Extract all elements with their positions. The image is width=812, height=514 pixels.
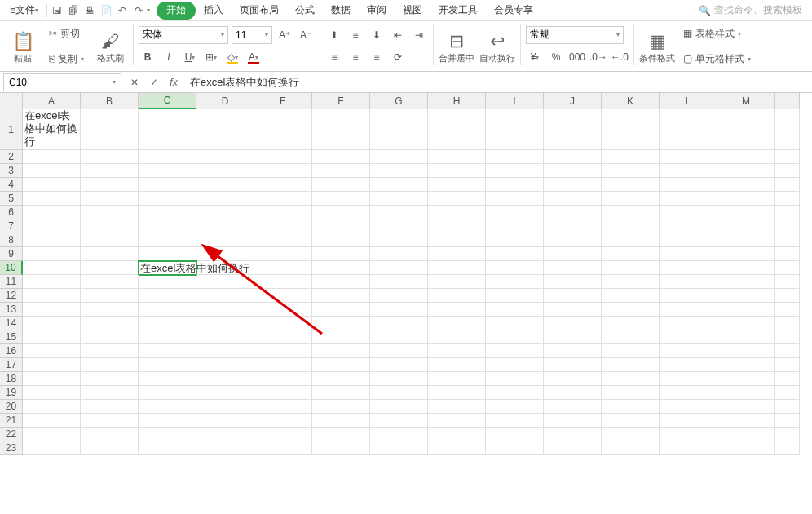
cell[interactable] bbox=[81, 344, 139, 358]
cell[interactable] bbox=[254, 303, 312, 317]
cell[interactable] bbox=[23, 206, 81, 219]
cell[interactable] bbox=[370, 233, 428, 247]
cell[interactable] bbox=[254, 372, 312, 386]
cell[interactable] bbox=[660, 192, 717, 206]
cell[interactable] bbox=[370, 109, 428, 150]
cell[interactable] bbox=[602, 192, 660, 206]
cell[interactable] bbox=[717, 206, 775, 219]
cell[interactable] bbox=[602, 330, 660, 344]
cell[interactable] bbox=[775, 219, 800, 233]
cell[interactable] bbox=[196, 219, 254, 233]
cell[interactable] bbox=[486, 233, 544, 247]
cell[interactable] bbox=[775, 192, 800, 206]
cell[interactable] bbox=[544, 441, 602, 455]
print-icon[interactable]: 🖶 bbox=[82, 2, 98, 19]
cell[interactable] bbox=[660, 441, 717, 455]
cell[interactable] bbox=[370, 358, 428, 372]
cell[interactable] bbox=[717, 289, 775, 303]
cell[interactable] bbox=[717, 219, 775, 233]
cell[interactable] bbox=[139, 358, 196, 372]
percent-icon[interactable]: % bbox=[547, 48, 565, 66]
cell[interactable] bbox=[312, 414, 370, 428]
cell[interactable] bbox=[139, 109, 196, 150]
cell[interactable] bbox=[660, 386, 717, 400]
cell[interactable] bbox=[775, 441, 800, 455]
cell[interactable] bbox=[602, 206, 660, 219]
tab-data[interactable]: 数据 bbox=[323, 0, 359, 21]
align-left-icon[interactable]: ≡ bbox=[325, 48, 343, 66]
cell[interactable] bbox=[428, 344, 486, 358]
cell[interactable] bbox=[312, 344, 370, 358]
cell[interactable] bbox=[775, 386, 800, 400]
cell[interactable] bbox=[81, 386, 139, 400]
cell[interactable] bbox=[23, 233, 81, 247]
cell[interactable] bbox=[370, 164, 428, 178]
border-button[interactable]: ⊞▾ bbox=[202, 48, 220, 66]
cell[interactable] bbox=[775, 261, 800, 275]
cell[interactable] bbox=[370, 400, 428, 414]
cell[interactable] bbox=[544, 372, 602, 386]
cell[interactable] bbox=[486, 344, 544, 358]
cell[interactable] bbox=[602, 164, 660, 178]
cell[interactable] bbox=[660, 428, 717, 441]
row-header[interactable]: 21 bbox=[0, 414, 23, 428]
cell[interactable] bbox=[602, 261, 660, 275]
cell[interactable] bbox=[196, 164, 254, 178]
select-all-corner[interactable] bbox=[0, 93, 23, 109]
cell[interactable] bbox=[775, 275, 800, 289]
cell[interactable] bbox=[23, 192, 81, 206]
cell[interactable] bbox=[775, 206, 800, 219]
cut-button[interactable]: ✂剪切 bbox=[46, 24, 87, 42]
cell[interactable] bbox=[544, 164, 602, 178]
cell[interactable] bbox=[370, 261, 428, 275]
cell[interactable] bbox=[81, 428, 139, 441]
row-header[interactable]: 16 bbox=[0, 344, 23, 358]
cell[interactable] bbox=[428, 247, 486, 261]
row-header[interactable]: 17 bbox=[0, 358, 23, 372]
cell[interactable] bbox=[254, 414, 312, 428]
cell[interactable] bbox=[312, 164, 370, 178]
cell[interactable] bbox=[312, 289, 370, 303]
cell[interactable] bbox=[196, 441, 254, 455]
cell[interactable] bbox=[544, 358, 602, 372]
cell[interactable] bbox=[312, 233, 370, 247]
cell[interactable] bbox=[196, 414, 254, 428]
cell[interactable] bbox=[486, 441, 544, 455]
cell[interactable] bbox=[775, 178, 800, 192]
cell[interactable] bbox=[196, 206, 254, 219]
cell[interactable] bbox=[254, 344, 312, 358]
cell[interactable] bbox=[486, 372, 544, 386]
cell[interactable] bbox=[312, 330, 370, 344]
cell[interactable] bbox=[775, 330, 800, 344]
cell[interactable] bbox=[717, 261, 775, 275]
cell[interactable] bbox=[486, 206, 544, 219]
name-box[interactable]: C10▾ bbox=[3, 73, 121, 91]
cell[interactable] bbox=[717, 428, 775, 441]
row-header[interactable]: 9 bbox=[0, 247, 23, 261]
cell[interactable] bbox=[660, 261, 717, 275]
cell[interactable] bbox=[660, 164, 717, 178]
row-header[interactable]: 10 bbox=[0, 261, 23, 275]
cell[interactable] bbox=[370, 219, 428, 233]
number-format-select[interactable]: 常规▾ bbox=[526, 26, 624, 44]
cell[interactable] bbox=[196, 247, 254, 261]
cell[interactable] bbox=[23, 372, 81, 386]
cancel-icon[interactable]: ✕ bbox=[125, 73, 144, 91]
column-header[interactable]: M bbox=[717, 93, 775, 109]
cell[interactable] bbox=[660, 178, 717, 192]
cell[interactable] bbox=[544, 109, 602, 150]
cell[interactable] bbox=[139, 289, 196, 303]
cell[interactable] bbox=[312, 206, 370, 219]
cell[interactable] bbox=[81, 247, 139, 261]
column-header[interactable]: I bbox=[486, 93, 544, 109]
cell[interactable] bbox=[81, 233, 139, 247]
cell[interactable] bbox=[544, 289, 602, 303]
cell[interactable] bbox=[23, 317, 81, 330]
cell[interactable] bbox=[312, 109, 370, 150]
cell[interactable] bbox=[312, 150, 370, 164]
cell[interactable] bbox=[81, 358, 139, 372]
font-size-select[interactable]: 11▾ bbox=[232, 26, 272, 44]
cell[interactable] bbox=[81, 150, 139, 164]
cell[interactable] bbox=[196, 428, 254, 441]
cell[interactable] bbox=[428, 400, 486, 414]
